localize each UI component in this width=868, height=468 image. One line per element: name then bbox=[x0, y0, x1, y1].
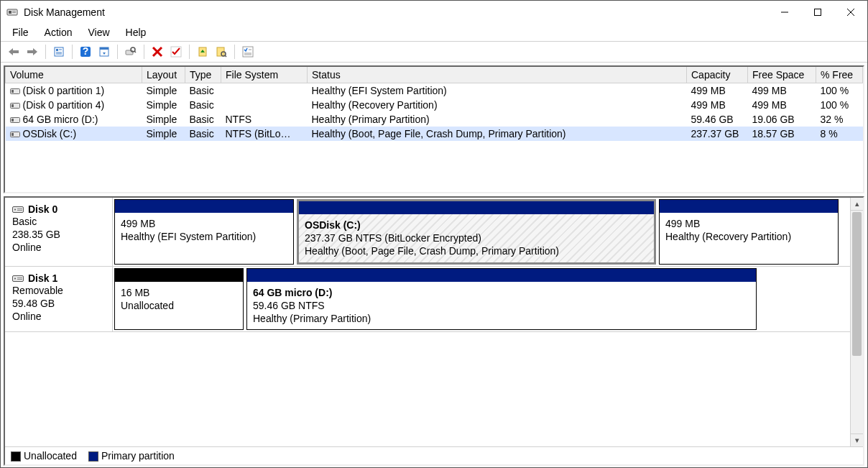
volume-pct: 8 % bbox=[816, 127, 863, 141]
partition-status: Healthy (Primary Partition) bbox=[253, 312, 750, 325]
col-volume[interactable]: Volume bbox=[6, 67, 142, 83]
table-row[interactable]: (Disk 0 partition 1)SimpleBasicHealthy (… bbox=[6, 83, 863, 98]
volume-list-pane[interactable]: Volume Layout Type File System Status Ca… bbox=[4, 65, 864, 193]
table-row[interactable]: (Disk 0 partition 4)SimpleBasicHealthy (… bbox=[6, 98, 863, 112]
menu-file[interactable]: File bbox=[5, 25, 36, 40]
volume-free: 499 MB bbox=[748, 98, 816, 112]
svg-rect-11 bbox=[56, 49, 58, 51]
col-pctfree[interactable]: % Free bbox=[816, 67, 863, 83]
volume-table: Volume Layout Type File System Status Ca… bbox=[5, 67, 863, 141]
volume-type: Basic bbox=[185, 127, 221, 141]
svg-rect-1 bbox=[9, 11, 11, 14]
disk-management-window: Disk Management File Action View Help ? bbox=[0, 0, 868, 468]
properties-icon[interactable] bbox=[50, 43, 68, 60]
disk-row: Disk 0Basic238.35 GBOnline499 MBHealthy … bbox=[5, 198, 850, 267]
forward-arrow-icon[interactable] bbox=[24, 43, 41, 60]
scroll-up-icon[interactable]: ▴ bbox=[851, 198, 863, 211]
volume-capacity: 59.46 GB bbox=[687, 112, 748, 127]
partition-size: 237.37 GB NTFS (BitLocker Encrypted) bbox=[305, 231, 648, 244]
menu-action[interactable]: Action bbox=[37, 25, 80, 40]
svg-rect-36 bbox=[11, 104, 14, 107]
svg-rect-2 bbox=[12, 11, 16, 12]
table-row[interactable]: 64 GB micro (D:)SimpleBasicNTFSHealthy (… bbox=[6, 112, 863, 127]
partition-primary[interactable]: 64 GB micro (D:)59.46 GB NTFSHealthy (Pr… bbox=[246, 268, 757, 331]
partition-color-bar bbox=[247, 269, 756, 282]
show-hide-icon[interactable] bbox=[96, 43, 113, 60]
close-button[interactable] bbox=[834, 1, 867, 24]
help-icon[interactable]: ? bbox=[77, 43, 94, 60]
vertical-scrollbar[interactable]: ▴ ▾ bbox=[850, 198, 863, 446]
disk-status: Online bbox=[12, 241, 105, 254]
volume-name: (Disk 0 partition 1) bbox=[23, 85, 105, 96]
svg-rect-43 bbox=[17, 208, 22, 209]
svg-rect-38 bbox=[11, 119, 14, 121]
volume-type: Basic bbox=[185, 112, 221, 127]
volume-name: (Disk 0 partition 4) bbox=[23, 99, 105, 111]
menu-view[interactable]: View bbox=[80, 25, 116, 40]
disk-info[interactable]: Disk 1Removable59.48 GBOnline bbox=[5, 267, 113, 332]
volume-pct: 32 % bbox=[816, 112, 863, 127]
volume-free: 18.57 GB bbox=[748, 127, 816, 141]
col-status[interactable]: Status bbox=[308, 67, 687, 83]
volume-fs: NTFS bbox=[221, 112, 308, 127]
svg-rect-48 bbox=[17, 279, 22, 280]
volume-type: Basic bbox=[185, 83, 221, 98]
svg-rect-18 bbox=[100, 47, 108, 50]
minimize-button[interactable] bbox=[768, 1, 801, 24]
partition-primary[interactable]: OSDisk (C:)237.37 GB NTFS (BitLocker Enc… bbox=[297, 199, 656, 265]
volume-status: Healthy (Recovery Partition) bbox=[308, 98, 687, 112]
partition-unallocated[interactable]: 16 MBUnallocated bbox=[114, 268, 244, 331]
volume-free: 499 MB bbox=[748, 83, 816, 98]
col-freespace[interactable]: Free Space bbox=[748, 67, 816, 83]
partition-name: 64 GB micro (D:) bbox=[253, 286, 750, 299]
disk-title: Disk 0 bbox=[12, 203, 105, 215]
partition-status: Healthy (Recovery Partition) bbox=[665, 230, 832, 243]
scrollbar-thumb[interactable] bbox=[852, 212, 862, 356]
primary-swatch-icon bbox=[88, 451, 98, 462]
svg-rect-29 bbox=[243, 47, 253, 57]
svg-rect-3 bbox=[12, 12, 16, 13]
partition-status: Healthy (EFI System Partition) bbox=[121, 230, 287, 243]
disk-size: 238.35 GB bbox=[12, 228, 105, 241]
volume-name: 64 GB micro (D:) bbox=[23, 114, 98, 125]
scroll-down-icon[interactable]: ▾ bbox=[851, 433, 863, 446]
back-arrow-icon[interactable] bbox=[5, 43, 22, 60]
find-icon[interactable] bbox=[122, 43, 139, 60]
legend-primary: Primary partition bbox=[88, 450, 175, 462]
disk-size: 59.48 GB bbox=[12, 297, 105, 310]
partition-color-bar bbox=[115, 269, 243, 282]
delete-icon[interactable] bbox=[149, 43, 166, 60]
page-up-icon[interactable] bbox=[194, 43, 211, 60]
svg-point-46 bbox=[14, 277, 16, 279]
table-row[interactable]: OSDisk (C:)SimpleBasicNTFS (BitLo…Health… bbox=[6, 127, 863, 141]
volume-fs bbox=[221, 98, 308, 112]
list-icon[interactable] bbox=[239, 43, 257, 60]
unallocated-swatch-icon bbox=[11, 451, 21, 462]
partition-color-bar bbox=[299, 201, 654, 214]
partition-primary[interactable]: 499 MBHealthy (EFI System Partition) bbox=[114, 199, 294, 265]
svg-rect-47 bbox=[17, 277, 22, 278]
svg-line-28 bbox=[225, 55, 226, 57]
disk-row: Disk 1Removable59.48 GBOnline16 MBUnallo… bbox=[5, 267, 850, 333]
maximize-button[interactable] bbox=[801, 1, 834, 24]
svg-line-21 bbox=[134, 51, 136, 52]
volume-status: Healthy (Primary Partition) bbox=[308, 112, 687, 127]
scan-icon[interactable] bbox=[213, 43, 230, 60]
svg-rect-5 bbox=[815, 9, 821, 16]
check-icon[interactable] bbox=[167, 43, 185, 60]
col-filesystem[interactable]: File System bbox=[221, 67, 308, 83]
col-capacity[interactable]: Capacity bbox=[687, 67, 748, 83]
col-layout[interactable]: Layout bbox=[142, 67, 185, 83]
col-type[interactable]: Type bbox=[185, 67, 221, 83]
menu-help[interactable]: Help bbox=[119, 25, 154, 40]
partition-size: 16 MB bbox=[121, 286, 237, 299]
volume-layout: Simple bbox=[142, 127, 185, 141]
svg-point-42 bbox=[14, 209, 16, 211]
partition-primary[interactable]: 499 MBHealthy (Recovery Partition) bbox=[659, 199, 839, 265]
volume-type: Basic bbox=[185, 98, 221, 112]
volume-status: Healthy (EFI System Partition) bbox=[308, 83, 687, 98]
disk-info[interactable]: Disk 0Basic238.35 GBOnline bbox=[5, 198, 113, 266]
volume-pct: 100 % bbox=[816, 98, 863, 112]
volume-capacity: 499 MB bbox=[687, 83, 748, 98]
svg-rect-9 bbox=[27, 50, 33, 53]
